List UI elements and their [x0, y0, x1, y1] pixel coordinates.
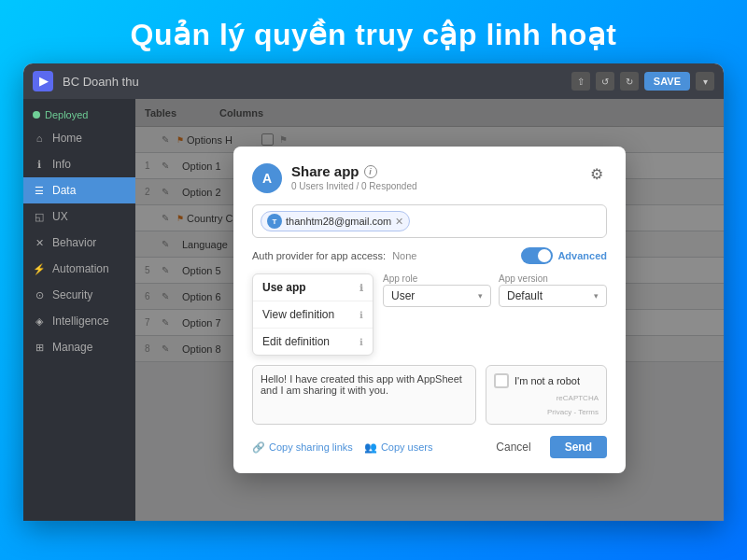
redo-icon[interactable]: ↻: [620, 72, 639, 91]
intelligence-icon: ◈: [33, 315, 46, 328]
sidebar-item-home[interactable]: ⌂ Home: [23, 125, 135, 151]
email-chip-text: thanhtm28@gmail.com: [286, 216, 391, 227]
toggle-label: Advanced: [557, 250, 607, 261]
toggle-advanced: Advanced: [521, 247, 607, 264]
behavior-icon: ✕: [33, 236, 46, 249]
content-area: Tables Columns ✎ ⚑ Options H ⚑ 1 ✎ Optio…: [135, 99, 724, 521]
auth-row: Auth provider for app access: None Advan…: [252, 247, 607, 264]
auth-value: None: [392, 250, 416, 261]
advanced-toggle[interactable]: [521, 247, 553, 264]
share-dialog-header: A Share app i 0 Users Invited / 0 Respon…: [252, 163, 607, 193]
home-icon: ⌂: [33, 132, 46, 145]
data-icon: ☰: [33, 184, 46, 197]
main-layout: Deployed ⌂ Home ℹ Info ☰ Data ◱ UX ✕ Beh…: [23, 99, 724, 521]
footer-links: 🔗 Copy sharing links 👥 Copy users: [252, 441, 433, 454]
message-textarea[interactable]: Hello! I have created this app with AppS…: [252, 365, 476, 425]
captcha-box: I'm not a robot reCAPTCHA Privacy - Term…: [486, 365, 607, 425]
link-icon: 🔗: [252, 441, 265, 454]
role-app-select-row: App role User ▾ App version Def: [383, 273, 607, 307]
role-chevron-icon: ▾: [478, 291, 483, 301]
chip-close-icon[interactable]: ✕: [395, 216, 403, 228]
footer-actions: Cancel Send: [485, 436, 607, 458]
save-button[interactable]: SAVE: [644, 72, 690, 91]
sidebar-item-ux[interactable]: ◱ UX: [23, 203, 135, 230]
sidebar-item-manage[interactable]: ⊞ Manage: [23, 334, 135, 360]
deployed-dot: [33, 111, 40, 119]
recaptcha-links: Privacy - Terms: [547, 408, 599, 416]
info-icon: ℹ: [33, 158, 46, 171]
role-select[interactable]: User ▾: [383, 285, 491, 307]
hero-title: Quản lý quyền truy cập linh hoạt: [0, 0, 747, 63]
sidebar: Deployed ⌂ Home ℹ Info ☰ Data ◱ UX ✕ Beh…: [23, 99, 135, 521]
sidebar-label-ux: UX: [52, 210, 68, 223]
app-version-select[interactable]: Default ▾: [499, 285, 607, 307]
email-chip: T thanhtm28@gmail.com ✕: [261, 211, 410, 231]
toggle-knob: [538, 249, 551, 262]
role-label: App role: [383, 273, 491, 284]
copy-sharing-links-button[interactable]: 🔗 Copy sharing links: [252, 441, 353, 454]
email-input-area[interactable]: T thanhtm28@gmail.com ✕: [252, 204, 607, 238]
sidebar-label-info: Info: [52, 158, 71, 171]
top-bar: ▶ BC Doanh thu ⇧ ↺ ↻ SAVE ▾: [23, 63, 724, 99]
selects-block: App role User ▾ App version Def: [383, 273, 607, 307]
send-button[interactable]: Send: [550, 436, 607, 458]
manage-icon: ⊞: [33, 341, 46, 354]
sidebar-item-intelligence[interactable]: ◈ Intelligence: [23, 308, 135, 334]
security-icon: ⊙: [33, 288, 46, 301]
menu-item-use-app[interactable]: Use app ℹ: [253, 274, 373, 301]
share-avatar: A: [252, 163, 282, 193]
copy-users-button[interactable]: 👥 Copy users: [364, 441, 433, 454]
sidebar-item-data[interactable]: ☰ Data: [23, 177, 135, 203]
modal-overlay: A Share app i 0 Users Invited / 0 Respon…: [135, 99, 724, 521]
sidebar-label-data: Data: [52, 184, 76, 197]
sidebar-item-automation[interactable]: ⚡ Automation: [23, 256, 135, 282]
share-subtitle: 0 Users Invited / 0 Responded: [291, 181, 586, 191]
share-title-block: Share app i 0 Users Invited / 0 Responde…: [291, 163, 586, 191]
app-chevron-icon: ▾: [594, 291, 599, 301]
app-title: BC Doanh thu: [63, 75, 566, 89]
ux-icon: ◱: [33, 210, 46, 223]
sidebar-label-intelligence: Intelligence: [52, 315, 109, 328]
app-logo: ▶: [33, 71, 53, 91]
menu-info-icon: ℹ: [359, 310, 363, 320]
share-icon[interactable]: ⇧: [571, 72, 590, 91]
settings-gear-icon[interactable]: ⚙: [586, 163, 607, 184]
email-chip-avatar: T: [267, 214, 282, 229]
menu-item-edit-definition[interactable]: Edit definition ℹ: [253, 329, 373, 355]
sidebar-label-manage: Manage: [52, 341, 92, 354]
sidebar-item-info[interactable]: ℹ Info: [23, 151, 135, 177]
app-version-label: App version: [499, 273, 607, 284]
recaptcha-brand: reCAPTCHA: [557, 394, 599, 402]
title-info-icon[interactable]: i: [364, 165, 377, 178]
menu-item-view-definition[interactable]: View definition ℹ: [253, 301, 373, 329]
dialog-footer: 🔗 Copy sharing links 👥 Copy users Cancel…: [252, 436, 607, 458]
bottom-row: Hello! I have created this app with AppS…: [252, 365, 607, 425]
auth-label: Auth provider for app access:: [252, 250, 386, 261]
sidebar-label-home: Home: [52, 132, 82, 145]
captcha-checkbox[interactable]: [494, 373, 509, 388]
menu-info-icon: ℹ: [359, 337, 363, 347]
share-title: Share app i: [291, 163, 586, 179]
top-bar-actions: ⇧ ↺ ↻ SAVE ▾: [571, 72, 714, 91]
sidebar-label-behavior: Behavior: [52, 236, 96, 249]
sidebar-label-automation: Automation: [52, 262, 109, 275]
menu-info-icon: ℹ: [359, 283, 363, 293]
users-icon: 👥: [364, 441, 377, 454]
captcha-label: I'm not a robot: [514, 375, 580, 386]
permission-dropdown-menu: Use app ℹ View definition ℹ Edit definit…: [252, 273, 374, 356]
share-dialog: A Share app i 0 Users Invited / 0 Respon…: [233, 147, 626, 473]
sidebar-label-security: Security: [52, 288, 92, 301]
cancel-button[interactable]: Cancel: [485, 436, 542, 458]
dropdown-icon[interactable]: ▾: [696, 72, 714, 91]
middle-row: Use app ℹ View definition ℹ Edit definit…: [252, 273, 607, 356]
sidebar-item-security[interactable]: ⊙ Security: [23, 282, 135, 308]
automation-icon: ⚡: [33, 262, 46, 275]
undo-icon[interactable]: ↺: [596, 72, 614, 91]
deployed-label: Deployed: [45, 109, 88, 120]
deployed-badge: Deployed: [23, 105, 135, 125]
sidebar-item-behavior[interactable]: ✕ Behavior: [23, 230, 135, 256]
app-window: ▶ BC Doanh thu ⇧ ↺ ↻ SAVE ▾ Deployed ⌂ H…: [23, 63, 724, 521]
